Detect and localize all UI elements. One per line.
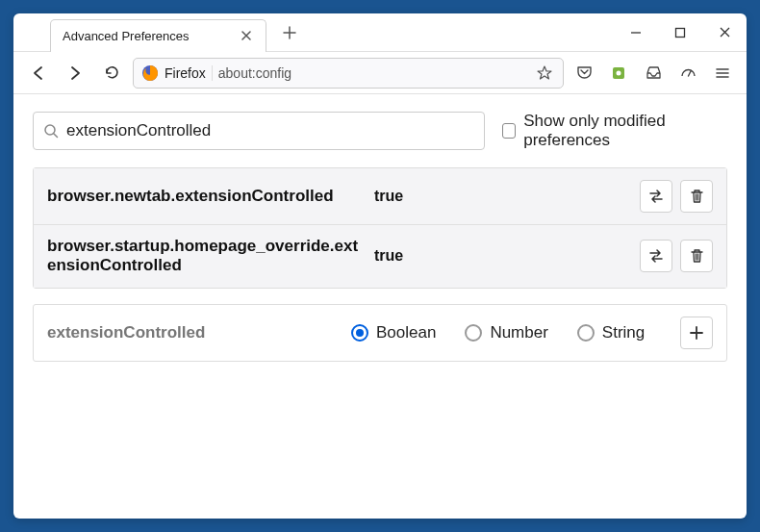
radio-boolean[interactable]: Boolean [351, 323, 436, 342]
add-preference-name: extensionControlled [47, 323, 336, 342]
maximize-button[interactable] [658, 14, 702, 51]
pocket-icon[interactable] [570, 59, 598, 88]
delete-button[interactable] [680, 180, 713, 213]
app-window: Advanced Preferences Firefox about:confi… [13, 13, 747, 519]
radio-number[interactable]: Number [465, 323, 547, 342]
back-button[interactable] [23, 58, 54, 89]
add-button[interactable] [680, 317, 713, 349]
url-text: Firefox about:config [165, 65, 528, 81]
checkbox-icon[interactable] [502, 123, 516, 139]
url-identity-label: Firefox [165, 65, 213, 81]
show-modified-label: Show only modified preferences [523, 112, 727, 150]
radio-label: String [602, 323, 645, 342]
delete-button[interactable] [680, 240, 713, 272]
url-page: about:config [218, 65, 291, 81]
new-tab-button[interactable] [276, 19, 303, 46]
extension-icon[interactable] [604, 59, 633, 88]
browser-tab[interactable]: Advanced Preferences [50, 19, 266, 52]
radio-label: Number [490, 323, 547, 342]
radio-icon [351, 324, 368, 342]
search-input[interactable] [66, 121, 474, 140]
content-area: Show only modified preferences browser.n… [13, 94, 747, 519]
preference-name: browser.startup.homepage_override.extens… [47, 237, 365, 276]
row-actions [640, 180, 713, 213]
row-actions [640, 240, 713, 272]
forward-button[interactable] [60, 58, 90, 89]
radio-icon [465, 324, 482, 342]
radio-icon [577, 324, 595, 342]
toggle-button[interactable] [640, 180, 672, 213]
minimize-button[interactable] [614, 14, 658, 51]
radio-string[interactable]: String [577, 323, 645, 342]
show-modified-checkbox[interactable]: Show only modified preferences [502, 112, 727, 150]
close-window-button[interactable] [702, 14, 747, 51]
dashboard-icon[interactable] [673, 59, 702, 88]
svg-rect-0 [676, 28, 685, 37]
toggle-button[interactable] [640, 240, 672, 272]
tab-title: Advanced Preferences [63, 29, 231, 43]
add-preference-row: extensionControlled Boolean Number Strin… [33, 304, 727, 362]
url-bar[interactable]: Firefox about:config [133, 58, 564, 89]
search-box[interactable] [33, 112, 485, 150]
preference-value: true [374, 247, 630, 265]
close-tab-icon[interactable] [239, 28, 254, 43]
radio-label: Boolean [376, 323, 436, 342]
firefox-icon [141, 64, 159, 82]
preference-row: browser.newtab.extensionControlled true [34, 168, 726, 224]
preferences-table: browser.newtab.extensionControlled true … [33, 167, 727, 289]
reload-button[interactable] [96, 58, 127, 89]
preference-value: true [374, 188, 630, 205]
preference-name: browser.newtab.extensionControlled [47, 187, 365, 206]
svg-point-3 [617, 70, 621, 75]
titlebar: Advanced Preferences [13, 13, 747, 52]
preference-row: browser.startup.homepage_override.extens… [34, 224, 726, 288]
bookmark-star-icon[interactable] [534, 65, 555, 81]
nav-toolbar: Firefox about:config [13, 52, 747, 94]
inbox-icon[interactable] [639, 59, 668, 88]
type-radio-group: Boolean Number String [351, 323, 665, 342]
menu-icon[interactable] [708, 59, 737, 88]
search-icon [43, 123, 59, 139]
window-controls [614, 14, 747, 51]
search-row: Show only modified preferences [33, 112, 727, 150]
